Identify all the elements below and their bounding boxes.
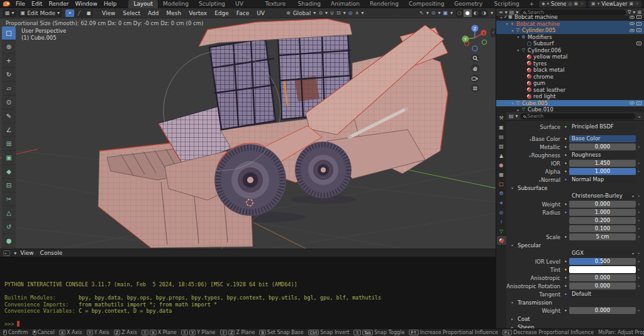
properties-tab-view-layer[interactable]: ▧ <box>497 142 506 150</box>
workspace-tab-layout[interactable]: Layout <box>128 0 158 8</box>
bevel-tool[interactable]: ◆ <box>2 165 16 179</box>
decorator-dot[interactable]: • <box>636 284 641 289</box>
select-box-tool[interactable]: □ <box>2 26 16 40</box>
console-editor-icon[interactable]: >_ <box>3 250 10 256</box>
render-camera-icon[interactable] <box>636 42 641 45</box>
cursor-tool[interactable]: ⊕ <box>2 40 16 54</box>
viewport-menu-mesh[interactable]: Mesh <box>163 10 186 16</box>
shading-rendered-icon[interactable]: ◑ <box>480 9 488 17</box>
sidebar-toggle[interactable]: ‹ <box>491 28 496 37</box>
workspace-tab-animation[interactable]: Animation <box>326 0 365 8</box>
menu-window[interactable]: Window <box>72 1 101 7</box>
node-field[interactable]: Normal Map <box>569 176 636 183</box>
visibility-eye-icon[interactable] <box>630 29 635 32</box>
spin-tool[interactable]: ↺ <box>2 220 16 234</box>
properties-tab-scene[interactable]: ▲ <box>497 151 506 160</box>
workspace-tab-shading[interactable]: Shading <box>293 0 326 8</box>
value-slider[interactable]: 0.000 <box>569 201 636 208</box>
visibility-eye-icon[interactable] <box>630 101 635 104</box>
outliner-row[interactable]: Subsurf <box>496 40 644 47</box>
decorator-dot[interactable]: • <box>636 227 641 232</box>
dropdown[interactable]: Christensen-Burley▾ <box>569 193 636 199</box>
section-specular[interactable]: ▾Specular <box>506 241 644 249</box>
decorator-dot[interactable]: • <box>636 169 641 174</box>
xray-toggle-icon[interactable]: ▣ <box>443 10 448 16</box>
viewport-menu-view[interactable]: View <box>98 10 119 16</box>
vertex-select-button[interactable]: • <box>65 9 74 17</box>
shading-wireframe-icon[interactable]: ○ <box>455 9 464 17</box>
properties-tab-render[interactable]: ▣ <box>497 123 506 132</box>
face-select-button[interactable]: ■ <box>84 9 93 17</box>
workspace-tab-modeling[interactable]: Modeling <box>158 0 194 8</box>
outliner-row[interactable]: ▾⚙Modifiers <box>496 34 644 41</box>
poly-build-tool[interactable]: △ <box>2 206 16 220</box>
console-menu-view[interactable]: View <box>20 250 33 256</box>
outliner-row[interactable]: ▾▽Cube.005 <box>496 100 644 107</box>
value-slider[interactable]: 0.000 <box>569 143 636 150</box>
3d-viewport[interactable]: Proportional Size (Smooth): 62.09 cm Dx:… <box>0 18 496 249</box>
outliner-row[interactable]: ▾+Bobcat machine <box>496 21 644 28</box>
edge-select-button[interactable]: ╱ <box>75 9 84 17</box>
orientation-icon[interactable]: ⊕ <box>286 10 291 16</box>
decorator-dot[interactable]: • <box>636 267 641 272</box>
viewlayer-selector[interactable]: ▣ ▾ ViewLayer ▣ × <box>589 1 641 8</box>
snap-magnet-icon[interactable]: ∪ <box>330 10 334 16</box>
value-slider[interactable]: 1.000 <box>569 168 636 175</box>
decorator-dot[interactable]: • <box>636 210 641 215</box>
section-subsurface[interactable]: ▾Subsurface <box>506 184 644 192</box>
decorator-dot[interactable]: • <box>636 308 641 313</box>
visibility-eye-icon[interactable] <box>630 22 635 25</box>
blender-logo-icon[interactable] <box>3 1 10 6</box>
node-field[interactable]: Default <box>569 291 636 298</box>
visibility-eye-icon[interactable] <box>630 16 635 19</box>
outliner-row[interactable]: ▾▽Cylinder.005 <box>496 27 644 34</box>
properties-tab-particles[interactable]: ∗ <box>497 198 506 207</box>
section-coat[interactable]: ▸Coat <box>506 315 644 323</box>
outliner-row[interactable]: ▾▽Cylinder.006 <box>496 47 644 54</box>
properties-tab-object-data[interactable]: ▽ <box>497 227 506 235</box>
value-slider[interactable]: 0.500 <box>569 258 636 265</box>
outliner-row[interactable]: ▸▽Cube.010 <box>496 106 644 112</box>
workspace-tab-uv-editing[interactable]: UV Editing <box>230 0 260 8</box>
properties-search-input[interactable]: Search <box>520 113 636 120</box>
outliner-row[interactable]: gum <box>496 80 644 87</box>
properties-tab-output[interactable]: ▤ <box>497 132 506 141</box>
value-slider[interactable]: 0.200 <box>569 217 636 224</box>
properties-tab-tool[interactable]: ⚒ <box>497 113 506 122</box>
properties-editor-icon[interactable]: ▤ <box>509 113 514 119</box>
properties-tab-object[interactable]: □ <box>497 179 506 188</box>
copy-icon[interactable]: ▣ <box>630 1 634 6</box>
properties-tab-modifiers[interactable]: ⚙ <box>497 189 506 198</box>
workspace-tab-rendering[interactable]: Rendering <box>365 0 404 8</box>
section-transmission[interactable]: ▾Transmission <box>506 298 644 306</box>
mode-dropdown[interactable]: ▣ Edit Mode ▾ <box>18 9 62 17</box>
viewport-menu-vertex[interactable]: Vertex <box>185 10 211 16</box>
console-body[interactable]: PYTHON INTERACTIVE CONSOLE 3.11.7 (main,… <box>0 257 496 328</box>
shading-material-icon[interactable]: ◐ <box>472 9 480 17</box>
console-prompt[interactable]: >>> <box>4 321 491 328</box>
color-swatch[interactable] <box>569 266 636 273</box>
viewport-menu-edge[interactable]: Edge <box>211 10 233 16</box>
decorator-dot[interactable]: • <box>636 276 641 281</box>
axis-gizmo[interactable]: Z Y X <box>460 23 489 52</box>
node-field[interactable]: Base Color <box>569 135 636 142</box>
value-slider[interactable]: 0.000 <box>569 307 636 314</box>
value-slider[interactable]: 1.000 <box>569 209 636 216</box>
annotate-tool[interactable]: ✎ <box>2 109 16 123</box>
scale-tool[interactable]: ▱ <box>2 82 16 96</box>
decorator-dot[interactable]: • <box>636 218 641 223</box>
zoom-tool-icon[interactable] <box>471 54 479 62</box>
value-slider[interactable]: 0.000 <box>569 283 636 289</box>
viewport-menu-add[interactable]: Add <box>144 10 162 16</box>
camera-view-icon[interactable] <box>471 74 479 82</box>
loop-cut-tool[interactable]: ⊟ <box>2 179 16 193</box>
perspective-toggle-icon[interactable] <box>471 84 479 92</box>
render-camera-icon[interactable] <box>636 22 641 26</box>
rotate-tool[interactable]: ↻ <box>2 68 16 82</box>
show-overlays-icon[interactable]: ⊙ <box>431 10 436 16</box>
properties-tab-material[interactable] <box>497 236 506 245</box>
snap-target-icon[interactable]: ⊡ <box>336 10 341 16</box>
properties-tab-constraints[interactable]: ≀ <box>497 217 506 226</box>
value-slider[interactable]: 0.000 <box>569 274 636 281</box>
node-field[interactable]: Roughness <box>569 152 636 159</box>
